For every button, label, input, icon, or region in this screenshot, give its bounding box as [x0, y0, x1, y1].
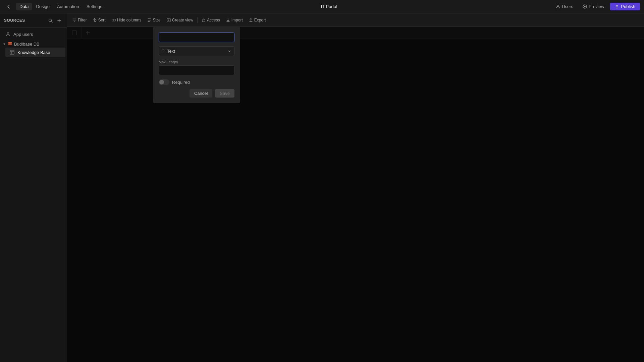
- main-layout: Sources: [0, 13, 644, 362]
- filter-label: Filter: [78, 18, 87, 22]
- table-area: T Text Max Length Re: [67, 27, 644, 362]
- filter-button[interactable]: Filter: [70, 16, 90, 24]
- sidebar-title: Sources: [4, 18, 25, 23]
- svg-rect-20: [202, 20, 205, 22]
- preview-label: Preview: [589, 4, 604, 9]
- max-length-section: Max Length: [159, 60, 234, 75]
- back-button[interactable]: [4, 2, 13, 11]
- publish-label: Publish: [621, 4, 635, 9]
- add-column-popup: T Text Max Length Re: [153, 27, 240, 103]
- sidebar: Sources: [0, 13, 67, 362]
- svg-rect-15: [112, 19, 115, 21]
- svg-point-2: [584, 6, 586, 7]
- search-icon[interactable]: [47, 17, 54, 24]
- required-row: Required: [159, 79, 234, 85]
- cancel-button[interactable]: Cancel: [190, 89, 212, 98]
- db-icon: [7, 41, 13, 47]
- save-button[interactable]: Save: [215, 89, 234, 98]
- sidebar-item-app-users[interactable]: App users: [1, 29, 65, 39]
- sort-button[interactable]: Sort: [90, 16, 108, 24]
- nav-automation[interactable]: Automation: [54, 3, 83, 10]
- required-label: Required: [172, 80, 190, 85]
- knowledge-base-label: Knowledge Base: [17, 50, 50, 55]
- sidebar-item-knowledge-base[interactable]: Knowledge Base: [5, 48, 65, 57]
- import-icon: [226, 18, 230, 22]
- popup-actions: Cancel Save: [159, 89, 234, 98]
- export-icon: [249, 18, 253, 22]
- app-title: IT Portal: [107, 4, 551, 9]
- svg-rect-4: [616, 8, 618, 8]
- hide-columns-icon: [112, 18, 116, 22]
- sort-icon: [93, 18, 97, 22]
- content: Filter Sort Hide columns Size: [67, 13, 644, 362]
- text-type-icon: T: [162, 49, 164, 54]
- access-label: Access: [207, 18, 220, 22]
- max-length-input[interactable]: [159, 65, 234, 75]
- filter-icon: [72, 18, 76, 22]
- column-name-input[interactable]: [159, 33, 234, 42]
- sidebar-header-icons: [47, 17, 63, 24]
- export-label: Export: [254, 18, 266, 22]
- create-view-icon: [167, 18, 171, 22]
- chevron-down-icon: [227, 49, 231, 53]
- toggle-knob: [159, 80, 164, 84]
- import-button[interactable]: Import: [223, 16, 246, 24]
- preview-button[interactable]: Preview: [579, 3, 607, 10]
- nav-settings[interactable]: Settings: [83, 3, 106, 10]
- type-label: Text: [167, 49, 175, 54]
- hide-columns-button[interactable]: Hide columns: [109, 16, 144, 24]
- users-button[interactable]: Users: [552, 3, 577, 10]
- toolbar: Filter Sort Hide columns Size: [67, 13, 644, 27]
- create-view-button[interactable]: Create view: [164, 16, 196, 24]
- svg-rect-12: [10, 50, 14, 54]
- size-label: Size: [153, 18, 160, 22]
- create-view-label: Create view: [172, 18, 193, 22]
- import-label: Import: [231, 18, 243, 22]
- publish-button[interactable]: Publish: [610, 3, 640, 10]
- svg-point-9: [7, 33, 9, 34]
- svg-rect-3: [617, 6, 618, 7]
- users-label: Users: [562, 4, 573, 9]
- svg-rect-10: [8, 42, 12, 44]
- hide-columns-label: Hide columns: [117, 18, 142, 22]
- table-icon: [9, 50, 15, 55]
- budibase-db-label: Budibase DB: [14, 42, 40, 47]
- nav-data[interactable]: Data: [16, 3, 32, 10]
- nav-design[interactable]: Design: [33, 3, 53, 10]
- add-source-icon[interactable]: [55, 17, 63, 24]
- sidebar-header: Sources: [0, 13, 67, 28]
- column-type-select[interactable]: T Text: [159, 46, 234, 56]
- sort-label: Sort: [98, 18, 106, 22]
- lock-icon: [202, 18, 206, 22]
- access-button[interactable]: Access: [199, 16, 223, 24]
- chevron-icon: ▼: [3, 42, 6, 46]
- type-left: T Text: [162, 49, 175, 54]
- max-length-label: Max Length: [159, 60, 234, 64]
- topbar: Data Design Automation Settings IT Porta…: [0, 0, 644, 13]
- topbar-nav: Data Design Automation Settings: [16, 3, 106, 10]
- toolbar-divider: [197, 17, 198, 23]
- person-icon: [5, 32, 11, 37]
- svg-rect-11: [8, 44, 12, 45]
- sidebar-section: App users ▼ Budibase DB: [0, 28, 67, 59]
- required-toggle[interactable]: [159, 79, 169, 85]
- svg-line-6: [51, 21, 52, 22]
- sidebar-group-budibase-db[interactable]: ▼ Budibase DB: [0, 39, 67, 47]
- size-button[interactable]: Size: [145, 16, 163, 24]
- svg-point-0: [557, 5, 559, 7]
- export-button[interactable]: Export: [246, 16, 269, 24]
- size-icon: [147, 18, 151, 22]
- app-users-label: App users: [13, 32, 33, 37]
- topbar-right: Users Preview Publish: [552, 3, 640, 10]
